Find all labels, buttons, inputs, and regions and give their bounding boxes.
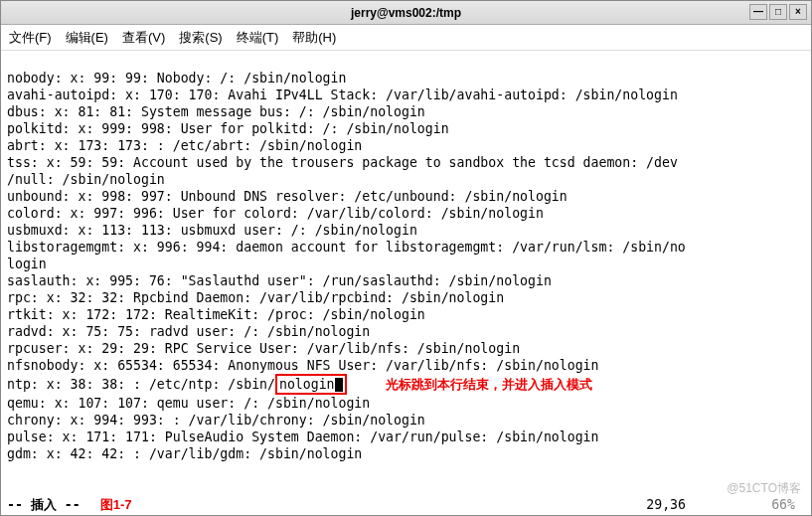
close-button[interactable]: × (789, 4, 807, 20)
line: qemu: x: 107: 107: qemu user: /: /sbin/n… (7, 396, 370, 411)
line: rpc: x: 32: 32: Rpcbind Daemon: /var/lib… (7, 290, 504, 305)
menu-help[interactable]: 帮助(H) (292, 29, 336, 47)
figure-label: 图1-7 (100, 496, 132, 513)
menu-terminal[interactable]: 终端(T) (237, 29, 279, 47)
vim-statusbar: -- 插入 -- 图1-7 29,36 66% (7, 496, 805, 513)
menubar: 文件(F) 编辑(E) 查看(V) 搜索(S) 终端(T) 帮助(H) (1, 25, 811, 51)
line: abrt: x: 173: 173: : /etc/abrt: /sbin/no… (7, 138, 362, 153)
line: login (7, 257, 47, 271)
line: libstoragemgmt: x: 996: 994: daemon acco… (7, 240, 686, 255)
scroll-percent: 66% (771, 496, 795, 513)
vim-mode: -- 插入 -- (7, 496, 81, 513)
line: chrony: x: 994: 993: : /var/lib/chrony: … (7, 413, 425, 428)
line: colord: x: 997: 996: User for colord: /v… (7, 206, 544, 221)
line: gdm: x: 42: 42: : /var/lib/gdm: /sbin/no… (7, 446, 362, 461)
maximize-button[interactable]: □ (769, 4, 787, 20)
line: polkitd: x: 999: 998: User for polkitd: … (7, 121, 449, 136)
line: nobody: x: 99: 99: Nobody: /: /sbin/nolo… (7, 71, 346, 86)
line: rpcuser: x: 29: 29: RPC Service User: /v… (7, 341, 520, 356)
line: radvd: x: 75: 75: radvd user: /: /sbin/n… (7, 324, 370, 339)
menu-view[interactable]: 查看(V) (122, 29, 165, 47)
minimize-button[interactable]: — (749, 4, 767, 20)
line: unbound: x: 998: 997: Unbound DNS resolv… (7, 189, 568, 204)
line: nfsnobody: x: 65534: 65534: Anonymous NF… (7, 358, 598, 373)
cursor-position: 29,36 (646, 496, 686, 513)
window-controls: — □ × (749, 4, 807, 20)
watermark: @51CTO博客 (727, 480, 801, 497)
line: rtkit: x: 172: 172: RealtimeKit: /proc: … (7, 307, 425, 322)
line: saslauth: x: 995: 76: "Saslauthd user": … (7, 273, 552, 288)
terminal-content[interactable]: nobody: x: 99: 99: Nobody: /: /sbin/nolo… (1, 51, 811, 515)
text-cursor (335, 378, 343, 392)
menu-edit[interactable]: 编辑(E) (66, 29, 108, 47)
line: ntp: x: 38: 38: : /etc/ntp: /sbin/nologi… (7, 377, 592, 392)
line: avahi-autoipd: x: 170: 170: Avahi IPv4LL… (7, 87, 678, 102)
highlight-box: nologin (275, 374, 347, 395)
menu-search[interactable]: 搜索(S) (179, 29, 222, 47)
line: usbmuxd: x: 113: 113: usbmuxd user: /: /… (7, 223, 417, 238)
annotation-text: 光标跳到本行结束，并进入插入模式 (386, 377, 592, 392)
line: /null: /sbin/nologin (7, 172, 165, 187)
terminal-window: jerry@vms002:/tmp — □ × 文件(F) 编辑(E) 查看(V… (0, 0, 812, 516)
menu-file[interactable]: 文件(F) (9, 29, 52, 47)
titlebar: jerry@vms002:/tmp — □ × (1, 1, 811, 25)
line: dbus: x: 81: 81: System message bus: /: … (7, 104, 425, 119)
window-title: jerry@vms002:/tmp (351, 6, 461, 20)
line: pulse: x: 171: 171: PulseAudio System Da… (7, 430, 598, 444)
line: tss: x: 59: 59: Account used by the trou… (7, 155, 678, 170)
